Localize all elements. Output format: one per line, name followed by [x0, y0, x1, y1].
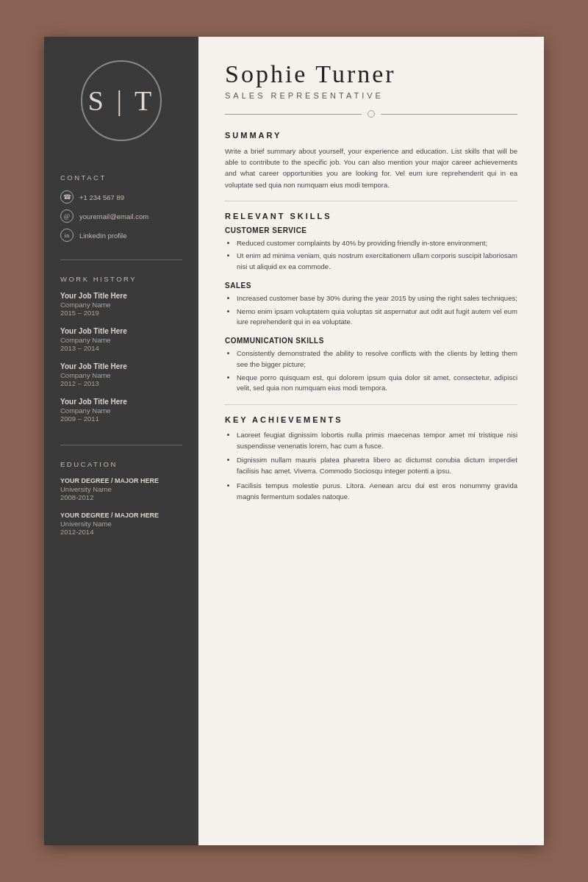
skill-heading-customer: CUSTOMER SERVICE: [225, 226, 517, 234]
education-label: EDUCATION: [60, 460, 182, 468]
skill-group-communication: COMMUNICATION SKILLS Consistently demons…: [225, 337, 517, 394]
resume-wrapper: S | T CONTACT ☎ +1 234 567 89 @ youremai…: [44, 37, 544, 845]
work-history-label: WORK HISTORY: [60, 275, 182, 283]
header-divider: [225, 110, 517, 118]
header-circle-icon: [368, 110, 375, 118]
work-title-4: Your Job Title Here: [60, 398, 182, 406]
edu-item-1: YOUR DEGREE / MAJOR HERE University Name…: [60, 477, 182, 501]
skill-heading-sales: SALES: [225, 282, 517, 290]
sidebar: S | T CONTACT ☎ +1 234 567 89 @ youremai…: [44, 37, 198, 845]
skill-heading-communication: COMMUNICATION SKILLS: [225, 337, 517, 345]
work-item-3: Your Job Title Here Company Name 2012 – …: [60, 362, 182, 387]
achievements-section-title: KEY ACHIEVEMENTS: [225, 415, 517, 424]
skill-bullet-comm-1: Consistently demonstrated the ability to…: [237, 348, 517, 370]
logo-circle: S | T: [81, 60, 162, 141]
skill-bullet-customer-1: Reduced customer complaints by 40% by pr…: [237, 238, 517, 249]
logo-area: S | T: [44, 37, 198, 162]
work-dates-4: 2009 – 2011: [60, 415, 182, 423]
summary-section-title: SUMMARY: [225, 131, 517, 140]
linkedin-item: in LinkedIn profile: [60, 229, 182, 242]
work-item-2: Your Job Title Here Company Name 2013 – …: [60, 327, 182, 352]
skill-bullet-sales-1: Increased customer base by 30% during th…: [237, 293, 517, 304]
achievements-list: Laoreet feugiat dignissim lobortis nulla…: [225, 430, 517, 502]
candidate-title: Sales Representative: [225, 91, 517, 100]
main-content: Sophie Turner Sales Representative SUMMA…: [198, 37, 544, 845]
email-text: youremail@email.com: [79, 212, 148, 220]
divider-work-edu: [60, 445, 182, 445]
contact-label: CONTACT: [60, 173, 182, 182]
education-section: EDUCATION YOUR DEGREE / MAJOR HERE Unive…: [44, 448, 198, 555]
achievement-1: Laoreet feugiat dignissim lobortis nulla…: [237, 430, 517, 451]
header-line-left: [225, 114, 362, 115]
email-item: @ youremail@email.com: [60, 209, 182, 223]
candidate-name: Sophie Turner: [225, 60, 517, 88]
edu-degree-1: YOUR DEGREE / MAJOR HERE: [60, 477, 182, 484]
work-item-1: Your Job Title Here Company Name 2015 – …: [60, 292, 182, 317]
work-dates-3: 2012 – 2013: [60, 379, 182, 387]
skills-section-title: RELEVANT SKILLS: [225, 212, 517, 220]
work-company-4: Company Name: [60, 406, 182, 415]
header-line-right: [381, 114, 517, 115]
skill-group-customer: CUSTOMER SERVICE Reduced customer compla…: [225, 226, 517, 273]
divider-skills-achievements: [225, 404, 517, 405]
edu-school-1: University Name: [60, 485, 182, 493]
skill-bullets-sales: Increased customer base by 30% during th…: [225, 293, 517, 328]
logo-initials: S | T: [88, 85, 154, 117]
skill-bullets-communication: Consistently demonstrated the ability to…: [225, 348, 517, 394]
phone-icon: ☎: [60, 190, 74, 204]
divider-summary-skills: [225, 201, 517, 201]
achievement-3: Facilisis tempus molestie purus. Litora.…: [237, 481, 517, 502]
skill-bullet-sales-2: Nemo enim ipsam voluptatem quia voluptas…: [237, 306, 517, 328]
skill-bullet-customer-2: Ut enim ad minima veniam, quis nostrum e…: [237, 251, 517, 272]
work-title-2: Your Job Title Here: [60, 327, 182, 335]
main-header: Sophie Turner Sales Representative: [225, 60, 517, 118]
work-company-3: Company Name: [60, 371, 182, 379]
edu-item-2: YOUR DEGREE / MAJOR HERE University Name…: [60, 512, 182, 536]
edu-degree-2: YOUR DEGREE / MAJOR HERE: [60, 512, 182, 519]
skill-bullets-customer: Reduced customer complaints by 40% by pr…: [225, 238, 517, 273]
phone-text: +1 234 567 89: [79, 193, 124, 201]
work-title-1: Your Job Title Here: [60, 292, 182, 300]
work-title-3: Your Job Title Here: [60, 362, 182, 370]
work-dates-2: 2013 – 2014: [60, 344, 182, 352]
contact-section: CONTACT ☎ +1 234 567 89 @ youremail@emai…: [44, 162, 198, 257]
linkedin-text: LinkedIn profile: [79, 232, 126, 240]
edu-dates-2: 2012-2014: [60, 528, 182, 536]
skill-bullet-comm-2: Neque porro quisquam est, qui dolorem ip…: [237, 373, 517, 394]
work-company-2: Company Name: [60, 336, 182, 344]
skill-group-sales: SALES Increased customer base by 30% dur…: [225, 282, 517, 328]
work-dates-1: 2015 – 2019: [60, 309, 182, 317]
linkedin-icon: in: [60, 229, 74, 242]
divider-contact-work: [60, 259, 182, 260]
edu-school-2: University Name: [60, 520, 182, 528]
phone-item: ☎ +1 234 567 89: [60, 190, 182, 204]
summary-text: Write a brief summary about yourself, yo…: [225, 146, 517, 190]
edu-dates-1: 2008-2012: [60, 493, 182, 501]
work-history-section: WORK HISTORY Your Job Title Here Company…: [44, 263, 198, 442]
email-icon: @: [60, 209, 74, 223]
work-company-1: Company Name: [60, 301, 182, 309]
achievement-2: Dignissim nullam mauris platea pharetra …: [237, 455, 517, 476]
work-item-4: Your Job Title Here Company Name 2009 – …: [60, 398, 182, 423]
